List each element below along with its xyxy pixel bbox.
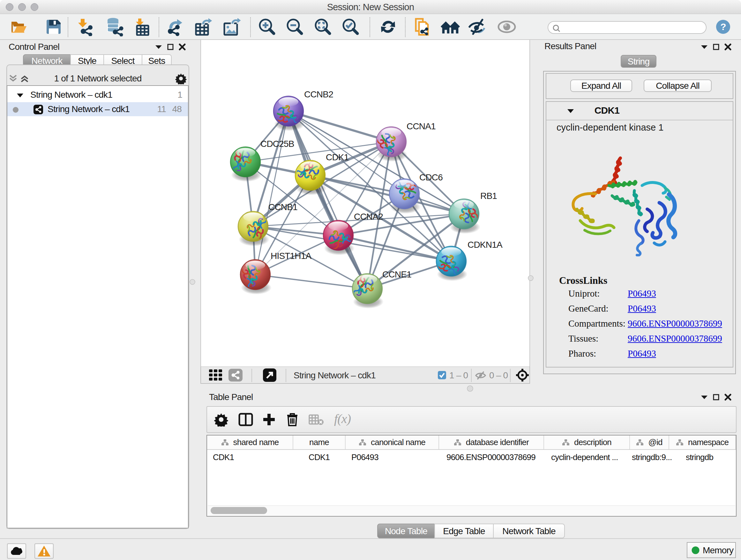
import-network-from-file-button[interactable]: [75, 17, 94, 37]
cell-at-id: stringdb:9...: [632, 452, 672, 462]
column-header-description[interactable]: description: [544, 435, 630, 449]
tab-edge-table[interactable]: Edge Table: [434, 523, 494, 538]
tab-node-table[interactable]: Node Table: [377, 523, 435, 538]
export-network-button[interactable]: [165, 17, 185, 37]
export-image-button[interactable]: [222, 17, 242, 37]
close-panel-icon[interactable]: [724, 44, 731, 51]
edge-CCNA2-CDKN1A[interactable]: [338, 235, 451, 261]
right-splitter-handle[interactable]: [528, 275, 534, 281]
close-panel-icon[interactable]: [179, 44, 186, 51]
create-column-button[interactable]: [259, 410, 279, 429]
collapse-all-button[interactable]: Collapse All: [644, 79, 712, 92]
network-search-input[interactable]: [548, 21, 706, 34]
panel-menu-icon[interactable]: [701, 45, 708, 49]
share-network-button[interactable]: [226, 366, 245, 385]
fit-content-button[interactable]: [513, 366, 532, 385]
edge-CCNB2-CCNA1[interactable]: [288, 111, 391, 142]
warnings-button[interactable]: [35, 543, 54, 559]
node-CCNE1[interactable]: CCNE1: [352, 269, 411, 308]
panel-menu-icon[interactable]: [155, 45, 162, 49]
import-table-from-file-button[interactable]: [132, 17, 151, 37]
edge-CCNB2-HIST1H1A[interactable]: [255, 111, 288, 274]
column-header-shared-name[interactable]: shared name: [207, 435, 293, 449]
edge-HIST1H1A-CCNE1[interactable]: [255, 274, 367, 289]
node-label-RB1: RB1: [480, 191, 497, 201]
copy-network-button[interactable]: [413, 17, 432, 37]
cloud-status-button[interactable]: [7, 543, 26, 559]
left-splitter-handle[interactable]: [190, 279, 195, 285]
node-label-CCNA1: CCNA1: [407, 121, 435, 131]
tab-string[interactable]: String: [621, 55, 657, 68]
table-toolbar: f(x): [206, 406, 737, 433]
column-header-canonical-name[interactable]: canonical name: [346, 435, 439, 449]
float-panel-icon[interactable]: [167, 44, 174, 50]
save-session-button[interactable]: [44, 17, 63, 37]
cloud-icon: [10, 547, 23, 556]
clear-table-button[interactable]: [307, 410, 326, 429]
delete-columns-button[interactable]: [283, 410, 302, 429]
node-CCNB2[interactable]: CCNB2: [273, 89, 333, 131]
open-view-in-window-button[interactable]: [260, 366, 279, 385]
tab-network-table[interactable]: Network Table: [493, 523, 565, 538]
column-header-namespace[interactable]: namespace: [669, 435, 736, 449]
function-builder-button[interactable]: f(x): [334, 411, 351, 426]
refresh-view-button[interactable]: [379, 17, 398, 37]
table-row[interactable]: CDK1 CDK1 P06493 9606.ENSP00000378699 cy…: [207, 450, 736, 464]
zoom-fit-button[interactable]: [313, 17, 333, 37]
node-CCNA1[interactable]: CCNA1: [376, 121, 436, 162]
crosslink-link[interactable]: P06493: [628, 348, 656, 359]
birds-eye-grid-icon: [209, 368, 223, 382]
network-options-gear-icon[interactable]: [175, 73, 187, 84]
memory-label: Memory: [703, 545, 733, 556]
crosslink-link[interactable]: 9606.ENSP00000378699: [628, 333, 722, 344]
import-network-from-database-button[interactable]: [105, 17, 124, 37]
expand-collapse-bar: Expand All Collapse All: [546, 73, 733, 99]
show-all-button[interactable]: [497, 17, 516, 37]
show-columns-button[interactable]: [236, 410, 255, 429]
column-header-name[interactable]: name: [293, 435, 346, 449]
table-options-button[interactable]: [212, 410, 231, 429]
node-HIST1H1A[interactable]: HIST1H1A: [240, 251, 312, 294]
expand-all-button[interactable]: Expand All: [570, 79, 632, 92]
column-header--id[interactable]: @id: [630, 435, 669, 449]
zoom-in-button[interactable]: [258, 17, 277, 37]
protein-structure-image: [563, 155, 682, 256]
close-panel-icon[interactable]: [724, 394, 731, 401]
network-canvas[interactable]: CCNB2CCNA1CDC25BCDK1CDC6RB1CCNB1CCNA2CDK…: [200, 40, 530, 367]
help-button[interactable]: ?: [714, 17, 733, 37]
node-CDKN1A[interactable]: CDKN1A: [436, 240, 502, 281]
zoom-selected-button[interactable]: [341, 17, 360, 37]
float-panel-icon[interactable]: [713, 394, 719, 400]
crosslink-link[interactable]: P06493: [628, 303, 656, 314]
edge-CCNB2-CCNE1[interactable]: [288, 111, 367, 289]
birds-eye-view-button[interactable]: [206, 366, 225, 385]
network-collection-row[interactable]: String Network – cdk1 1: [7, 88, 188, 103]
float-panel-icon[interactable]: [713, 44, 719, 50]
collection-expander-icon[interactable]: [16, 93, 24, 98]
node-label-CCNE1: CCNE1: [382, 269, 411, 279]
export-table-button[interactable]: [194, 17, 213, 37]
crosslink-link[interactable]: P06493: [628, 288, 656, 299]
save-floppy-icon: [45, 18, 63, 36]
open-session-button[interactable]: [10, 17, 29, 37]
node-label-HIST1H1A: HIST1H1A: [271, 251, 312, 261]
zoom-out-button[interactable]: [285, 17, 305, 37]
column-header-database-identifier[interactable]: database identifier: [439, 435, 544, 449]
plus-icon: [262, 413, 276, 427]
status-bar: Memory: [0, 538, 741, 560]
crosslink-link[interactable]: 9606.ENSP00000378699: [628, 318, 722, 329]
crosslink-label: Compartments:: [568, 318, 625, 329]
bottom-splitter-handle[interactable]: [467, 385, 473, 392]
selected-count-checkbox[interactable]: [438, 371, 446, 381]
network-row-selected[interactable]: String Network – cdk1 11 48: [7, 102, 188, 116]
hide-selected-button[interactable]: [468, 17, 487, 37]
first-neighbors-button[interactable]: [441, 17, 460, 37]
gene-card-header[interactable]: CDK1: [546, 102, 733, 120]
scrollbar-thumb[interactable]: [211, 507, 267, 514]
open-in-window-icon: [263, 368, 276, 382]
columns-icon: [239, 413, 253, 426]
memory-button[interactable]: Memory: [687, 542, 736, 558]
node-RB1[interactable]: RB1: [449, 191, 497, 234]
table-horizontal-scrollbar[interactable]: [208, 505, 735, 515]
panel-menu-icon[interactable]: [701, 395, 708, 399]
